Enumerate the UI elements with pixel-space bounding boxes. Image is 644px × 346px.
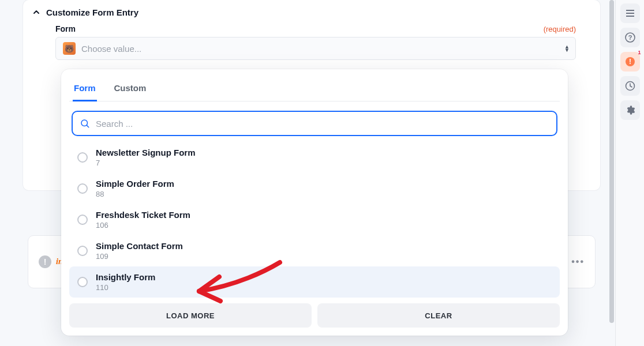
tab-custom[interactable]: Custom — [113, 80, 148, 101]
list-item[interactable]: Simple Contact Form 109 — [69, 235, 560, 266]
radio-icon — [77, 246, 88, 256]
options-list: Newsletter Signup Form 7 Simple Order Fo… — [69, 142, 560, 298]
radio-icon — [77, 152, 88, 163]
list-item[interactable]: Freshdesk Ticket Form 106 — [69, 204, 560, 235]
option-id: 109 — [96, 252, 183, 261]
history-icon[interactable] — [620, 76, 640, 96]
more-menu[interactable]: ••• — [571, 257, 585, 267]
svg-text:?: ? — [628, 34, 632, 41]
option-title: Simple Order Form — [96, 179, 174, 189]
section-title: Customize Form Entry — [46, 7, 138, 17]
section-header[interactable]: Customize Form Entry — [31, 5, 576, 24]
search-icon — [80, 118, 90, 129]
search-input[interactable] — [96, 119, 549, 129]
dropdown-tabs: Form Custom — [69, 80, 560, 101]
menu-icon[interactable] — [620, 3, 640, 23]
radio-icon — [77, 277, 88, 287]
wpforms-icon: 🐻 — [63, 42, 76, 55]
form-select-placeholder: Choose value... — [81, 44, 141, 54]
select-arrows-icon: ▲▼ — [564, 45, 570, 52]
scrollbar-thumb[interactable] — [609, 0, 614, 323]
search-field-wrapper[interactable] — [72, 111, 557, 136]
svg-line-1 — [87, 125, 88, 127]
radio-icon — [77, 215, 88, 225]
option-title: Simple Contact Form — [96, 241, 183, 251]
list-item[interactable]: Insightly Form 110 — [69, 266, 560, 298]
right-rail: ? ! — [615, 0, 644, 346]
chevron-up-icon — [31, 7, 42, 17]
tab-form[interactable]: Form — [73, 80, 97, 101]
list-item[interactable]: Newsletter Signup Form 7 — [69, 142, 560, 173]
form-dropdown-popover: Form Custom Newsletter Signup Form 7 — [61, 69, 568, 336]
list-item[interactable]: Simple Order Form 88 — [69, 173, 560, 204]
option-id: 106 — [96, 221, 190, 230]
option-id: 7 — [96, 159, 196, 167]
option-id: 88 — [96, 190, 174, 198]
alert-icon[interactable]: ! — [620, 52, 640, 72]
page-scrollbar[interactable] — [609, 0, 614, 346]
option-id: 110 — [96, 283, 155, 292]
radio-icon — [77, 183, 88, 194]
field-label-form: Form — [55, 24, 76, 33]
load-more-button[interactable]: LOAD MORE — [69, 303, 312, 328]
clear-button[interactable]: CLEAR — [317, 303, 560, 328]
option-title: Newsletter Signup Form — [96, 148, 196, 157]
option-title: Freshdesk Ticket Form — [96, 210, 190, 220]
required-indicator: (required) — [544, 25, 576, 33]
form-select[interactable]: 🐻 Choose value... ▲▼ — [55, 37, 576, 60]
gear-icon[interactable] — [620, 100, 640, 120]
warning-badge-icon: ! — [39, 255, 51, 268]
option-title: Insightly Form — [96, 272, 155, 282]
svg-text:!: ! — [629, 58, 631, 66]
help-icon[interactable]: ? — [620, 28, 640, 47]
